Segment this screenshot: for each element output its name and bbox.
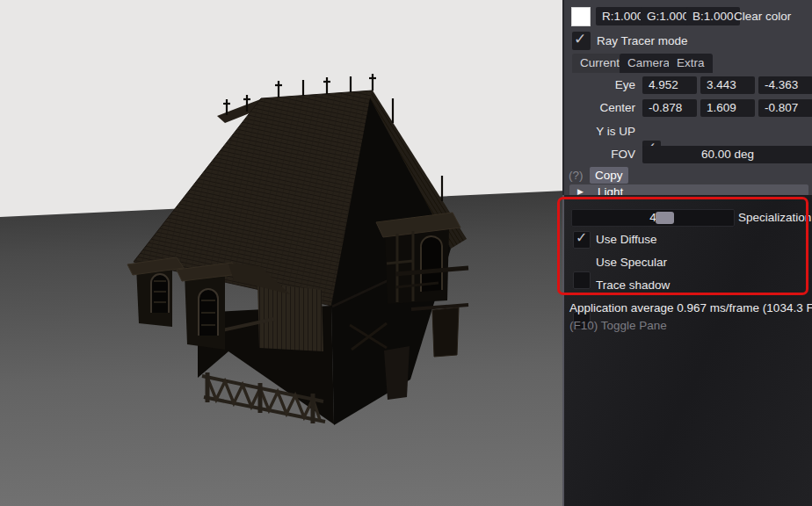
- use-specular-label: Use Specular: [596, 254, 667, 271]
- light-section-header[interactable]: ▶ Light: [569, 184, 808, 195]
- center-z-field[interactable]: -0.807: [758, 99, 812, 117]
- eye-y-field[interactable]: 3.443: [700, 76, 755, 94]
- hanging-banner: [432, 307, 459, 357]
- specialization-label: Specialization: [738, 209, 811, 227]
- plank-wall: [257, 283, 323, 351]
- check-icon: ✓: [576, 229, 587, 246]
- eye-label: Eye: [564, 76, 635, 94]
- trace-shadow-label: Trace shadow: [596, 277, 670, 294]
- specialization-slider[interactable]: 4: [571, 209, 735, 227]
- eye-z-field[interactable]: -4.363: [758, 76, 812, 94]
- slider-value: 4: [572, 210, 734, 226]
- bay-window: [376, 213, 460, 304]
- y-is-up-label: Y is UP: [564, 123, 635, 141]
- eye-x-field[interactable]: 4.952: [642, 76, 697, 94]
- ray-tracer-label: Ray Tracer mode: [597, 33, 688, 50]
- use-specular-checkbox[interactable]: [573, 271, 591, 289]
- stats-window: 4 Specialization ✓ Use Diffuse Use Specu…: [562, 195, 812, 506]
- help-hint: (?): [569, 167, 584, 184]
- dormer-1: [127, 257, 184, 327]
- tab-extra[interactable]: Extra: [669, 54, 713, 73]
- settings-panel: R:1.000 G:1.000 B:1.000 Clear color ✓ Ra…: [562, 0, 812, 506]
- light-header-label: Light: [598, 185, 623, 195]
- blue-value-button[interactable]: B:1.000: [686, 7, 740, 25]
- ray-tracer-checkbox[interactable]: ✓: [572, 32, 591, 50]
- fov-field[interactable]: 60.00 deg: [642, 146, 812, 163]
- use-diffuse-label: Use Diffuse: [596, 231, 657, 249]
- corner-banner: [384, 346, 410, 400]
- center-y-field[interactable]: 1.609: [700, 99, 755, 117]
- fov-label: FOV: [564, 146, 635, 163]
- house-model: [0, 0, 562, 506]
- main-settings-window: R:1.000 G:1.000 B:1.000 Clear color ✓ Ra…: [562, 0, 812, 195]
- center-label: Center: [564, 99, 635, 117]
- color-swatch[interactable]: [571, 7, 591, 26]
- chevron-right-icon: ▶: [577, 187, 584, 195]
- toggle-pane-hint: (F10) Toggle Pane: [569, 317, 667, 335]
- center-x-field[interactable]: -0.878: [642, 99, 697, 117]
- use-diffuse-checkbox[interactable]: ✓: [573, 231, 591, 249]
- slider-grabber[interactable]: [656, 212, 674, 224]
- copy-button[interactable]: Copy: [590, 167, 628, 184]
- app-window: R:1.000 G:1.000 B:1.000 Clear color ✓ Ra…: [0, 0, 812, 506]
- fps-stats-text: Application average 0.967 ms/frame (1034…: [569, 300, 812, 317]
- clear-color-label: Clear color: [734, 8, 791, 25]
- check-icon: ✓: [574, 30, 586, 48]
